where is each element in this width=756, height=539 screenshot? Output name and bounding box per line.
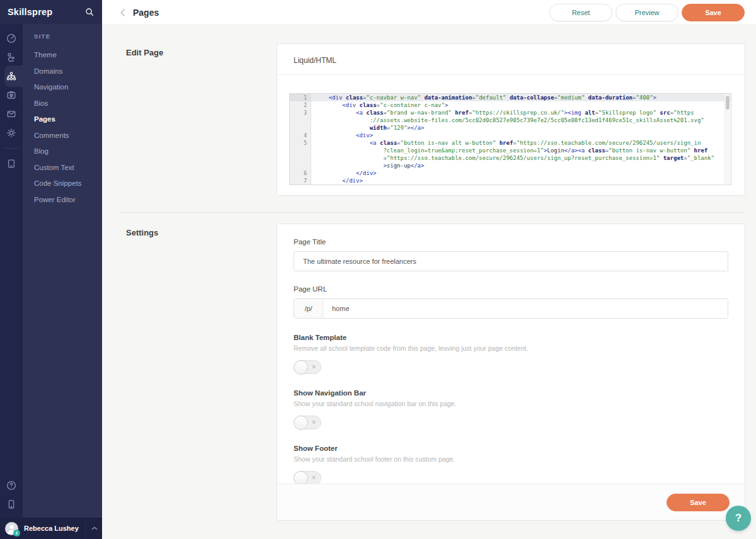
line-number [290,147,311,154]
line-number [290,162,311,169]
chevron-up-icon[interactable] [86,518,102,539]
editor-scrollbar-thumb[interactable] [726,96,730,110]
code-row[interactable]: 5 <a class="button is-nav alt w-button" … [290,139,731,147]
line-number: 1 [290,94,311,101]
envelope-icon[interactable] [0,105,23,123]
page-title-input[interactable] [294,251,728,271]
reset-button[interactable]: Reset [549,4,612,21]
cash-box-icon[interactable] [0,86,23,105]
toggle-knob [294,360,308,375]
line-number: 6 [290,169,311,177]
phone-icon[interactable] [0,495,23,514]
code-line: ="https://sso.teachable.com/secure/29624… [311,154,731,162]
speedometer-icon[interactable] [0,29,23,48]
sitemap-icon[interactable] [0,67,23,86]
code-row[interactable]: >sign-up</a> [290,162,731,169]
submenu-section-label: SITE [34,33,102,40]
toggle-knob [294,416,308,430]
sidebar-icon-strip [0,24,23,518]
save-button[interactable]: Save [682,4,745,21]
user-name: Rebecca Lushey [24,525,86,532]
show-footer-label: Show Footer [294,445,728,452]
code-line: <div class="c-container c-nav"> [311,101,731,109]
sidebar-item-theme[interactable]: Theme [34,47,102,64]
sidebar-item-domains[interactable]: Domains [34,64,102,80]
page-url-label: Page URL [294,285,728,293]
tablet-icon[interactable] [0,154,23,173]
avatar-badge: t [13,530,20,536]
sidebar-item-navigation[interactable]: Navigation [34,79,102,96]
preview-button[interactable]: Preview [616,4,679,21]
code-row[interactable]: 6 </div> [290,169,731,177]
sidebar-item-custom-text[interactable]: Custom Text [34,160,102,176]
page-url-input[interactable] [323,299,728,318]
settings-section-label: Settings [126,228,158,237]
code-line: <a class="brand w-nav-brand" href="https… [311,109,731,116]
hand-coin-icon[interactable] [0,48,23,67]
sidebar-item-bios[interactable]: Bios [34,96,102,112]
sidebar: Skillsprep [0,0,102,539]
show-footer-toggle[interactable]: × [294,471,321,485]
line-number: 3 [290,109,311,116]
page-url-group: /p/ [294,298,728,319]
settings-save-button[interactable]: Save [667,494,730,511]
blank-template-toggle[interactable]: × [294,360,321,374]
code-row[interactable]: 2 <div class="c-container c-nav"> [290,101,731,109]
page-title: Pages [133,8,546,18]
code-line: ://assets.website-files.com/5cc02d0c8527… [311,116,731,124]
sidebar-item-pages[interactable]: Pages [34,111,102,128]
code-line: >sign-up</a> [311,162,731,169]
code-line: width="129"></a> [311,124,731,132]
help-circle-icon[interactable] [0,476,23,495]
help-button[interactable]: ? [726,506,751,531]
code-editor[interactable]: 1 <div class="c-navbar w-nav" data-anima… [289,93,731,185]
brand-logo: Skillsprep [8,7,84,17]
avatar: t [5,522,18,535]
search-icon[interactable] [84,7,94,17]
blank-template-label: Blank Template [294,334,728,341]
code-editor-rows: 1 <div class="c-navbar w-nav" data-anima… [290,94,731,184]
toggle-off-icon: × [312,363,316,370]
code-row[interactable]: 7 </div> [290,177,731,184]
sidebar-item-blog[interactable]: Blog [34,144,102,160]
strip-divider [4,148,18,149]
code-row[interactable]: 4 <div> [290,132,731,139]
chevron-left-icon[interactable] [120,8,125,17]
code-row[interactable]: 1 <div class="c-navbar w-nav" data-anima… [290,94,731,101]
main-content: Edit Page Liquid/HTML 1 <div class="c-na… [102,25,756,539]
code-line: <div> [311,132,731,139]
edit-page-card: Liquid/HTML 1 <div class="c-navbar w-nav… [277,43,745,196]
line-number: 2 [290,101,311,109]
editor-scrollbar[interactable] [724,94,730,184]
code-row[interactable]: width="129"></a> [290,124,731,132]
code-row[interactable]: ="https://sso.teachable.com/secure/29624… [290,154,731,162]
settings-card-footer: Save [277,484,745,520]
line-number: 4 [290,132,311,139]
sidebar-item-comments[interactable]: Comments [34,128,102,144]
code-line: ?clean_login=true&amp;reset_purchase_ses… [311,147,731,154]
code-line: </div> [311,177,731,184]
sidebar-header: Skillsprep [0,0,102,24]
topbar: Pages Reset Preview Save [102,0,756,25]
code-row[interactable]: ?clean_login=true&amp;reset_purchase_ses… [290,147,731,154]
user-menu[interactable]: t Rebecca Lushey [0,518,102,539]
code-row[interactable]: ://assets.website-files.com/5cc02d0c8527… [290,116,731,124]
line-number: 5 [290,139,311,147]
gear-icon[interactable] [0,123,23,142]
code-row[interactable]: 3 <a class="brand w-nav-brand" href="htt… [290,109,731,116]
card-divider [277,74,745,75]
line-number [290,116,311,124]
toggle-off-icon: × [312,474,316,481]
page-url-prefix: /p/ [294,299,323,318]
code-line: <div class="c-navbar w-nav" data-animati… [311,94,731,101]
settings-card: Page Title Page URL /p/ Blank Template R… [277,224,745,521]
sidebar-item-code-snippets[interactable]: Code Snippets [34,176,102,192]
page-title-label: Page Title [294,238,728,246]
line-number [290,124,311,132]
line-number: 7 [290,177,311,184]
show-navigation-bar-toggle[interactable]: × [294,416,321,429]
sidebar-item-power-editor[interactable]: Power Editor [34,192,102,208]
sidebar-submenu: SITE Theme Domains Navigation Bios Pages… [23,24,102,518]
show-navigation-bar-description: Show your standard school navigation bar… [294,400,728,407]
blank-template-description: Remove all school template code from thi… [294,344,728,352]
